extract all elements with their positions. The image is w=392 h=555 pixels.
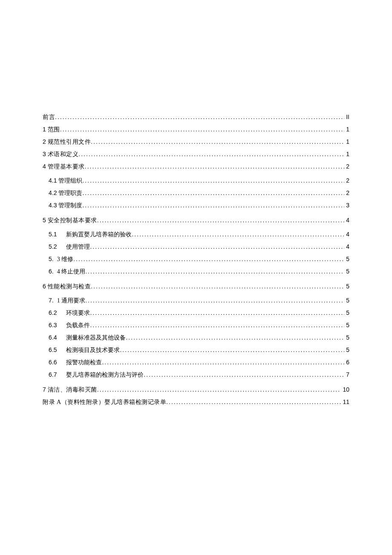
toc-number: 6.5 <box>49 344 57 356</box>
toc-page: 6 <box>346 356 349 368</box>
toc-label: 规范性引用文件 <box>48 136 91 148</box>
toc-label: 负载条件 <box>66 320 90 331</box>
toc-number: 4.1 <box>49 174 57 186</box>
toc-number: 5.2 <box>49 241 57 253</box>
toc-page: 5 <box>346 319 349 331</box>
toc-label: 前言 <box>43 111 55 123</box>
toc-label: 新购置婴儿培养箱的验收 <box>66 229 132 241</box>
toc-number: 6.3 <box>49 319 57 331</box>
table-of-contents: 前言 II 1 范围 1 2 规范性引用文件 1 3 术语和定义 1 4 管理基… <box>43 111 349 408</box>
toc-entry: 5. 3 维修 5 <box>49 253 349 265</box>
toc-entry: 7. 1 通用要求 5 <box>49 294 349 307</box>
toc-leader <box>90 307 344 319</box>
toc-entry: 6.7 婴儿培养箱的检测方法与评价 7 <box>49 369 349 381</box>
toc-label: 附录 A（资料性附录）婴儿培养箱检测记录单 <box>43 396 166 408</box>
toc-page: 7 <box>346 369 349 381</box>
toc-entry: 4 管理基本要求 2 <box>43 160 349 173</box>
toc-label: 管理组织 <box>58 175 82 187</box>
toc-entry: 3 术语和定义 1 <box>43 148 349 160</box>
toc-label: 3 维修 <box>57 253 74 265</box>
toc-number: 4 <box>43 160 46 172</box>
toc-entry: 1 范围 1 <box>43 123 349 136</box>
toc-leader <box>166 396 341 408</box>
toc-page: 1 <box>346 136 349 148</box>
toc-page: 5 <box>346 331 349 343</box>
toc-number: 5 <box>43 214 46 226</box>
toc-leader <box>73 253 344 265</box>
toc-number: 7 <box>43 384 46 395</box>
toc-leader <box>85 265 344 277</box>
toc-page: 4 <box>346 228 349 240</box>
toc-leader <box>85 294 344 306</box>
toc-leader <box>91 136 344 148</box>
toc-number: 6. <box>49 265 54 277</box>
toc-entry: 5.1 新购置婴儿培养箱的验收 4 <box>49 228 349 241</box>
toc-number: 6.4 <box>49 331 57 343</box>
toc-label: 管理基本要求 <box>48 161 85 173</box>
toc-label: 环境要求 <box>66 307 90 319</box>
toc-number: 1 <box>43 123 46 135</box>
toc-label: 4 终止使用 <box>57 266 86 278</box>
toc-page: 3 <box>346 199 349 211</box>
toc-entry: 6.5 检测项目及技术要求 5 <box>49 344 349 356</box>
toc-label: 测量标准器及其他设备 <box>66 332 126 344</box>
toc-entry: 4.2 管理职责 2 <box>49 187 349 199</box>
toc-page: 2 <box>346 174 349 186</box>
toc-page: 4 <box>346 214 349 226</box>
toc-entry: 7 清洁、消毒和灭菌 10 <box>43 384 349 396</box>
toc-leader <box>97 214 344 226</box>
toc-page: 2 <box>346 160 349 172</box>
toc-page: II <box>346 111 349 123</box>
toc-entry: 4.1 管理组织 2 <box>49 174 349 187</box>
toc-label: 安全控制基本要求 <box>48 215 97 227</box>
toc-leader <box>97 384 341 395</box>
toc-number: 5.1 <box>49 228 57 240</box>
toc-number: 7. <box>49 294 54 306</box>
toc-number: 3 <box>43 148 46 160</box>
toc-entry: 6 性能检测与检查 5 <box>43 280 349 293</box>
toc-entry: 5 安全控制基本要求 4 <box>43 214 349 227</box>
toc-number: 6.7 <box>49 369 57 381</box>
toc-leader <box>82 199 344 211</box>
toc-leader <box>144 369 344 381</box>
toc-label: 管理职责 <box>58 187 82 199</box>
toc-entry: 6.3 负载条件 5 <box>49 319 349 331</box>
toc-number: 4.3 <box>49 199 57 211</box>
toc-leader <box>90 241 344 253</box>
toc-label: 检测项目及技术要求 <box>66 344 120 356</box>
toc-leader <box>91 280 344 292</box>
toc-leader <box>126 331 344 343</box>
toc-entry: 6.4 测量标准器及其他设备 5 <box>49 331 349 344</box>
toc-leader <box>120 344 344 356</box>
toc-number: 5. <box>49 253 54 265</box>
toc-page: 2 <box>346 187 349 199</box>
toc-page: 5 <box>346 280 349 292</box>
toc-entry: 前言 II <box>43 111 349 123</box>
toc-leader <box>55 111 344 123</box>
toc-entry: 6. 4 终止使用 5 <box>49 265 349 278</box>
toc-entry: 6.6 报警功能检查 6 <box>49 356 349 369</box>
toc-leader <box>132 228 344 240</box>
toc-label: 使用管理 <box>66 241 90 253</box>
toc-page: 10 <box>343 384 349 395</box>
toc-label: 管理制度 <box>58 200 82 212</box>
toc-label: 报警功能检查 <box>66 357 102 369</box>
toc-page: 5 <box>346 253 349 265</box>
toc-page: 5 <box>346 294 349 306</box>
toc-number: 6 <box>43 280 46 292</box>
toc-number: 6.2 <box>49 307 57 319</box>
toc-page: 1 <box>346 123 349 135</box>
toc-page: 5 <box>346 307 349 319</box>
toc-number: 4.2 <box>49 187 57 199</box>
toc-entry: 6.2 环境要求 5 <box>49 307 349 319</box>
toc-number: 2 <box>43 136 46 148</box>
toc-entry: 2 规范性引用文件 1 <box>43 136 349 148</box>
toc-page: 5 <box>346 344 349 356</box>
toc-page: 5 <box>346 265 349 277</box>
toc-page: 1 <box>346 148 349 160</box>
toc-entry: 4.3 管理制度 3 <box>49 199 349 212</box>
toc-label: 1 通用要求 <box>57 295 86 307</box>
toc-page: 11 <box>343 396 349 408</box>
toc-label: 性能检测与检查 <box>48 281 91 293</box>
toc-label: 术语和定义 <box>48 148 79 160</box>
